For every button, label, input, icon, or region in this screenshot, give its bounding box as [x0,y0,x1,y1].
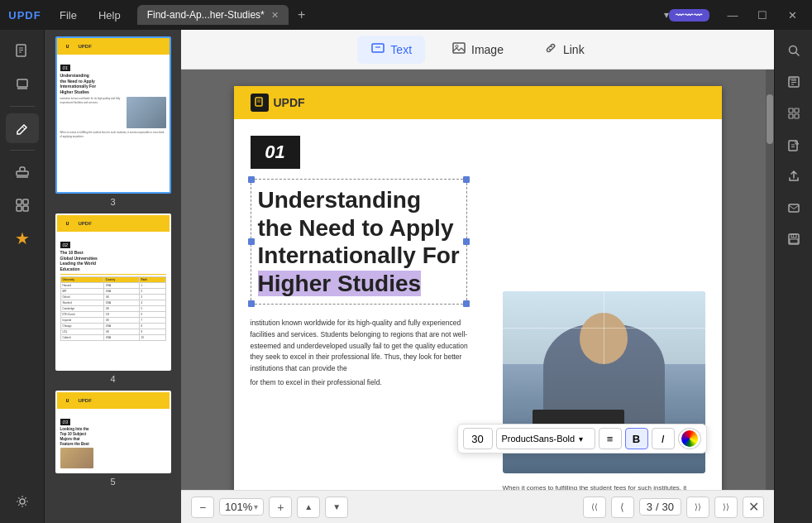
sidebar-edit-icon[interactable] [6,113,39,143]
first-page-button[interactable]: ⟨⟨ [583,497,606,518]
link-button[interactable]: Link [530,36,598,64]
upgrade-badge[interactable]: 〰〰〰 [669,9,709,22]
pdf-scroll[interactable]: UPDF 01 [181,70,774,490]
article-body-text-2: for them to excel in their professional … [251,377,482,389]
thumb-logo-5: U UPDF [60,393,92,408]
tab-area: Find-and-Ap...her-Studies* ✕ + [131,5,664,25]
zoom-level: 101% [225,501,252,513]
font-name-dropdown[interactable]: ProductSans-Bold ▾ [496,428,595,449]
handle-bottom-right[interactable] [463,300,470,307]
handle-top-left[interactable] [248,176,255,183]
scroll-thumb[interactable] [767,94,773,144]
tab-close-icon[interactable]: ✕ [271,10,279,21]
color-circle [681,430,698,447]
image-caption: When it comes to fulfilling the student … [503,483,705,490]
format-toolbar: ProductSans-Bold ▾ ≡ B I [457,424,707,453]
article-body-text: institution known worldwide for its high… [251,318,482,374]
thumbnail-image-5[interactable]: U UPDF 03 Looking Into theTop 10 Subject… [55,391,171,473]
zoom-in-button[interactable]: + [269,497,292,518]
prev-page-button[interactable]: ⟨ [611,497,634,518]
next-page-button[interactable]: ⟩⟩ [686,497,709,518]
sidebar-highlight-icon[interactable] [6,70,39,99]
svg-rect-10 [23,199,28,204]
last-page-button[interactable]: ⟩⟩ [714,497,738,518]
pdf-area: Text Image [181,30,774,523]
thumbnail-item-3[interactable]: U UPDF 01 Understandingthe Need to Apply… [55,36,171,207]
align-icon: ≡ [607,433,614,445]
page-navigation: ⟨⟨ ⟨ 3 / 30 ⟩⟩ ⟩⟩ ✕ [583,497,764,518]
thumbnail-image-4[interactable]: U UPDF 02 The 10 BestGlobal Universities… [55,214,171,371]
thumbnails-panel: U UPDF 01 Understandingthe Need to Apply… [45,30,181,523]
svg-point-13 [20,499,25,504]
menu-file[interactable]: File [50,6,87,25]
right-export-icon[interactable] [778,131,810,159]
align-button[interactable]: ≡ [599,428,622,449]
zoom-out-button[interactable]: − [191,497,214,518]
text-button[interactable]: Text [357,36,425,64]
title-line2: the Need to Apply [258,215,454,241]
current-page: 3 [647,501,652,513]
color-picker-button[interactable] [678,428,701,449]
zoom-dropdown-arrow[interactable]: ▾ [254,502,258,511]
right-share-icon[interactable] [778,162,810,190]
image-button-label: Image [471,43,504,56]
svg-rect-30 [789,114,793,118]
svg-line-6 [22,127,25,129]
sidebar-stamp-icon[interactable] [6,157,39,187]
image-button[interactable]: Image [438,36,517,64]
right-toolbar: OCR [774,30,812,523]
text-icon [370,41,385,59]
menu-help[interactable]: Help [88,6,131,25]
right-thumbnail-icon[interactable] [778,99,810,127]
svg-point-17 [456,45,458,47]
svg-rect-31 [795,114,799,118]
scroll-down-button[interactable]: ▼ [325,497,348,518]
thumbnail-image-3[interactable]: U UPDF 01 Understandingthe Need to Apply… [55,36,171,194]
font-size-input[interactable] [463,428,493,449]
text-button-label: Text [390,43,412,56]
minimize-button[interactable]: — [719,3,746,26]
caption-text-1: When it comes to fulfilling the student … [503,484,702,490]
nav-close-button[interactable]: ✕ [743,497,764,518]
zoom-display: 101% ▾ [219,498,264,516]
page-input-display[interactable]: 3 / 30 [639,498,681,516]
title-line1: Understanding [258,187,422,213]
scroll-up-button[interactable]: ▲ [297,497,320,518]
right-ocr-icon[interactable]: OCR [778,68,810,96]
sidebar-divider-1 [10,106,35,107]
bold-button[interactable]: B [625,428,648,449]
sidebar-organize-icon[interactable] [6,190,39,220]
handle-middle-left[interactable] [248,238,255,245]
handle-middle-right[interactable] [463,238,470,245]
svg-rect-11 [17,206,21,211]
text-selection-area[interactable]: Understanding the Need to Apply Internat… [251,179,467,305]
updf-logo-text: UPDF [8,9,41,22]
window-controls: 〰〰〰 — ☐ ✕ [669,3,812,26]
image-icon [451,41,466,59]
font-dropdown-arrow[interactable]: ▾ [579,434,583,444]
svg-rect-29 [795,108,799,113]
maximize-button[interactable]: ☐ [749,3,776,26]
bold-label: B [633,433,640,445]
sidebar-ai-icon[interactable]: ★ [6,223,39,253]
active-tab[interactable]: Find-and-Ap...her-Studies* ✕ [137,5,289,25]
handle-bottom-left[interactable] [248,300,255,307]
handle-top-right[interactable] [463,176,470,183]
sidebar-doc-icon[interactable] [6,36,39,66]
sidebar-settings-icon[interactable] [6,487,39,516]
italic-button[interactable]: I [652,428,675,449]
zoom-controls: − 101% ▾ + ▲ ▼ [191,497,348,518]
svg-line-22 [795,53,799,56]
scrollbar[interactable] [766,70,774,490]
article-title: Understanding the Need to Apply Internat… [258,186,460,297]
body-text-2: for them to excel in their professional … [251,378,382,386]
right-email-icon[interactable] [778,194,810,222]
close-button[interactable]: ✕ [779,3,805,26]
page-header: UPDF [234,86,722,119]
svg-rect-16 [453,43,465,53]
right-save-icon[interactable] [778,225,810,253]
new-tab-button[interactable]: + [292,5,312,25]
thumbnail-item-5[interactable]: U UPDF 03 Looking Into theTop 10 Subject… [55,391,171,487]
right-search-icon[interactable] [778,36,810,65]
thumbnail-item-4[interactable]: U UPDF 02 The 10 BestGlobal Universities… [55,214,171,384]
